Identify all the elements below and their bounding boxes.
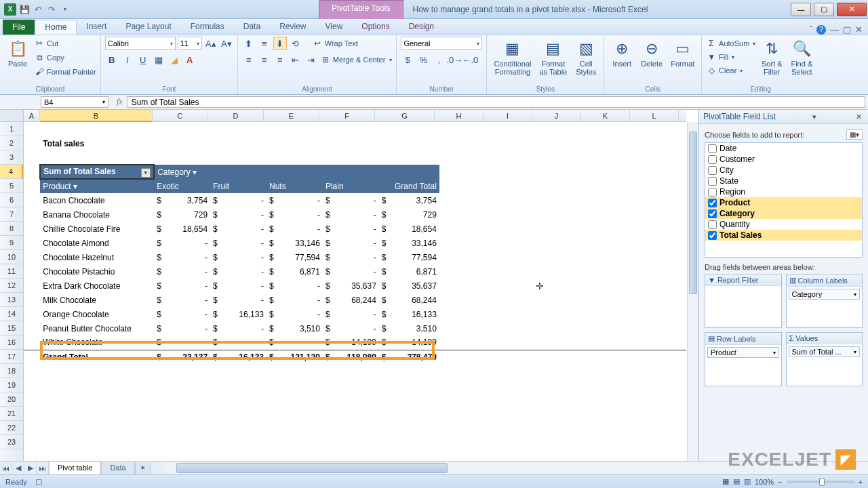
sheet-tab-data[interactable]: Data — [101, 462, 134, 474]
align-middle-icon[interactable]: ≡ — [258, 37, 271, 50]
wrap-text-button[interactable]: ↩Wrap Text — [312, 37, 358, 50]
fill-button[interactable]: ▼Fill▾ — [706, 50, 755, 64]
field-checkbox[interactable] — [708, 144, 717, 153]
align-right-icon[interactable]: ≡ — [273, 53, 287, 66]
row-header-4[interactable]: 4 — [0, 165, 23, 179]
macro-record-icon[interactable]: ▢ — [35, 477, 42, 486]
sheet-nav-prev-icon[interactable]: ◀ — [12, 462, 24, 474]
row-header-1[interactable]: 1 — [0, 122, 23, 136]
field-item-total-sales[interactable]: Total Sales — [705, 230, 862, 241]
view-pagebreak-icon[interactable]: ▥ — [744, 477, 751, 486]
zoom-level[interactable]: 100% — [755, 478, 774, 486]
copy-button[interactable]: ⧉Copy — [34, 51, 96, 64]
row-header-23[interactable]: 23 — [0, 435, 23, 449]
column-header-C[interactable]: C — [153, 110, 208, 122]
field-checkbox[interactable] — [708, 231, 717, 240]
indent-decrease-icon[interactable]: ⇤ — [289, 53, 302, 66]
maximize-button[interactable]: ▢ — [814, 3, 834, 16]
delete-button[interactable]: ⊖Delete — [638, 37, 665, 69]
redo-icon[interactable]: ↷ — [46, 4, 57, 15]
decrease-decimal-icon[interactable]: ←.0 — [463, 53, 477, 66]
row-labels-zone[interactable]: ▤Row LabelsProduct▾ — [705, 332, 782, 386]
sheet-tab-active[interactable]: Pivot table — [49, 462, 101, 474]
zoom-slider[interactable] — [787, 481, 854, 483]
autosum-button[interactable]: ΣAutoSum▾ — [706, 37, 755, 50]
column-header-B[interactable]: B — [40, 110, 153, 122]
row-header-11[interactable]: 11 — [0, 264, 23, 279]
font-name-combo[interactable]: Calibri▾ — [105, 37, 176, 50]
field-checkbox[interactable] — [708, 220, 717, 229]
column-header-K[interactable]: K — [581, 110, 630, 122]
row-header-17[interactable]: 17 — [0, 350, 23, 364]
sheet-nav-last-icon[interactable]: ⏭ — [37, 462, 49, 474]
column-header-L[interactable]: L — [630, 110, 679, 122]
clear-button[interactable]: ◇Clear▾ — [706, 64, 755, 77]
fx-icon[interactable]: fx — [117, 97, 123, 107]
column-header-H[interactable]: H — [435, 110, 484, 122]
tab-review[interactable]: Review — [270, 20, 315, 35]
column-header-G[interactable]: G — [375, 110, 435, 122]
pivot-row-dropdown-icon[interactable]: ▾ — [141, 168, 151, 178]
conditional-formatting-button[interactable]: ▦Conditional Formatting — [491, 37, 534, 77]
tab-options[interactable]: Options — [352, 20, 399, 35]
vertical-scrollbar[interactable] — [687, 122, 698, 461]
help-icon[interactable]: ? — [816, 25, 826, 35]
row-header-2[interactable]: 2 — [0, 136, 23, 150]
font-size-combo[interactable]: 11▾ — [178, 37, 202, 50]
row-header-14[interactable]: 14 — [0, 307, 23, 321]
tab-home[interactable]: Home — [35, 20, 77, 35]
view-layout-icon[interactable]: ▤ — [733, 477, 740, 486]
find-select-button[interactable]: 🔍Find & Select — [788, 37, 815, 77]
bold-button[interactable]: B — [105, 53, 119, 66]
window-close-icon[interactable]: ✕ — [855, 24, 863, 35]
file-tab[interactable]: File — [3, 20, 35, 35]
row-header-19[interactable]: 19 — [0, 378, 23, 392]
pivot-col-dropdown-icon[interactable]: ▾ — [193, 167, 197, 177]
field-item-quantity[interactable]: Quantity — [705, 219, 862, 230]
field-item-category[interactable]: Category — [705, 208, 862, 219]
field-checkbox[interactable] — [708, 199, 717, 207]
field-checkbox[interactable] — [708, 177, 717, 186]
row-header-16[interactable]: 16 — [0, 336, 23, 350]
orientation-icon[interactable]: ⟲ — [289, 37, 302, 50]
tab-page-layout[interactable]: Page Layout — [116, 20, 180, 35]
percent-icon[interactable]: % — [416, 53, 430, 66]
field-checkbox[interactable] — [708, 209, 717, 218]
tab-data[interactable]: Data — [234, 20, 270, 35]
fill-color-button[interactable]: ◢ — [167, 53, 181, 66]
column-labels-zone[interactable]: ▥Column LabelsCategory▾ — [786, 274, 863, 328]
qat-dropdown-icon[interactable]: ▾ — [60, 4, 71, 15]
tab-view[interactable]: View — [316, 20, 353, 35]
number-format-combo[interactable]: General▾ — [401, 37, 482, 50]
column-header-J[interactable]: J — [532, 110, 581, 122]
sheet-nav-next-icon[interactable]: ▶ — [24, 462, 37, 474]
row-header-12[interactable]: 12 — [0, 279, 23, 293]
field-item-date[interactable]: Date — [705, 143, 862, 154]
namebox-dropdown-icon[interactable]: ▾ — [102, 99, 105, 105]
format-painter-button[interactable]: 🖌Format Painter — [34, 65, 96, 79]
field-list-dropdown-icon[interactable]: ▾ — [810, 113, 818, 121]
align-left-icon[interactable]: ≡ — [242, 53, 256, 66]
row-header-9[interactable]: 9 — [0, 236, 23, 250]
shrink-font-icon[interactable]: A▾ — [220, 37, 233, 50]
row-header-8[interactable]: 8 — [0, 222, 23, 236]
row-header-13[interactable]: 13 — [0, 293, 23, 307]
font-color-button[interactable]: A — [183, 53, 197, 66]
column-header-A[interactable]: A — [24, 110, 40, 122]
new-sheet-button[interactable]: ✶ — [135, 462, 151, 474]
paste-button[interactable]: 📋 Paste — [4, 37, 31, 69]
increase-decimal-icon[interactable]: .0→ — [448, 53, 461, 66]
currency-icon[interactable]: $ — [401, 53, 414, 66]
field-list[interactable]: DateCustomerCityStateRegionProductCatego… — [705, 142, 863, 258]
report-filter-zone[interactable]: ▼Report Filter — [705, 274, 782, 328]
comma-icon[interactable]: , — [432, 53, 446, 66]
border-button[interactable]: ▦ — [152, 53, 165, 66]
underline-button[interactable]: U — [136, 53, 150, 66]
row-header-7[interactable]: 7 — [0, 207, 23, 222]
row-header-15[interactable]: 15 — [0, 321, 23, 336]
field-checkbox[interactable] — [708, 166, 717, 175]
grow-font-icon[interactable]: A▴ — [204, 37, 218, 50]
sort-filter-button[interactable]: ⇅Sort & Filter — [758, 37, 785, 77]
row-header-10[interactable]: 10 — [0, 250, 23, 264]
row-header-3[interactable]: 3 — [0, 150, 23, 165]
